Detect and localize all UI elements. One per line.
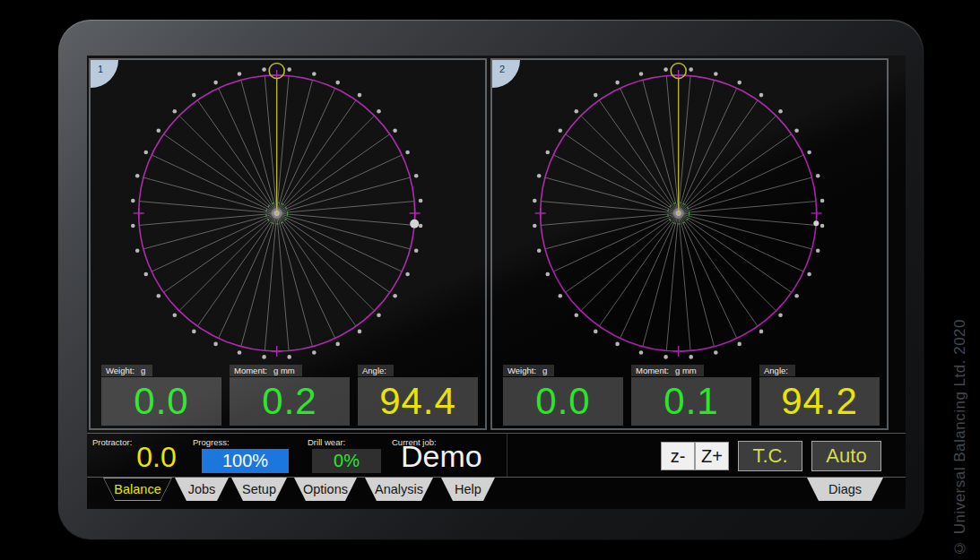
z-plus-button[interactable]: Z+ — [695, 442, 729, 470]
status-bar: Protractor: 0.0 Progress: 100% Drill wea… — [87, 433, 906, 478]
weight-label-text-1: Weight: — [106, 366, 134, 375]
progress-label: Progress: — [193, 437, 230, 447]
monitor-bezel: 1 Weight:g 0.0 Moment:g mm 0.2 — [58, 20, 924, 539]
tab-diags[interactable]: Diags — [807, 478, 883, 501]
tab-setup[interactable]: Setup — [231, 478, 287, 501]
moment-label-1: Moment:g mm — [230, 365, 302, 376]
angle-value-2: 94.2 — [759, 377, 880, 426]
tab-balance-label: Balance — [114, 482, 160, 496]
moment-label-text-2: Moment: — [636, 366, 669, 375]
readouts-panel-1: Weight:g 0.0 Moment:g mm 0.2 Angle: — [101, 361, 478, 426]
current-job-value: Demo — [401, 439, 482, 474]
moment-unit-2: g mm — [675, 366, 697, 375]
drill-wear-value: 0% — [312, 449, 381, 473]
moment-unit-1: g mm — [273, 366, 295, 375]
plane-number-1: 1 — [98, 64, 103, 74]
angle-label-2: Angle: — [759, 365, 795, 376]
weight-unit-1: g — [141, 366, 145, 375]
moment-readout-2: Moment:g mm 0.1 — [631, 361, 751, 426]
tc-button[interactable]: T.C. — [738, 441, 802, 471]
balance-plane-panel-1: 1 Weight:g 0.0 Moment:g mm 0.2 — [89, 58, 487, 430]
weight-label-1: Weight:g — [101, 365, 152, 376]
tab-jobs[interactable]: Jobs — [175, 478, 229, 501]
weight-readout-2: Weight:g 0.0 — [503, 361, 623, 426]
auto-button[interactable]: Auto — [811, 441, 881, 471]
statusbar-divider — [507, 434, 507, 478]
weight-label-text-2: Weight: — [507, 366, 536, 375]
moment-label-2: Moment:g mm — [631, 365, 704, 376]
progress-bar: 100% — [202, 449, 289, 473]
tab-bar: Balance Jobs Setup Options Analysis Help… — [87, 477, 906, 503]
weight-value-1: 0.0 — [101, 377, 221, 426]
drill-wear-label: Drill wear: — [308, 437, 345, 447]
plane-number-2: 2 — [499, 64, 505, 74]
z-minus-button[interactable]: z- — [661, 442, 695, 470]
copyright-text: © Universal Balancing Ltd. 2020 — [951, 319, 969, 556]
tab-balance-face: Balance — [104, 478, 171, 500]
tab-analysis[interactable]: Analysis — [365, 478, 433, 501]
angle-label-text-2: Angle: — [764, 366, 788, 375]
weight-readout-1: Weight:g 0.0 — [101, 361, 221, 426]
tab-help[interactable]: Help — [441, 478, 495, 501]
moment-label-text-1: Moment: — [234, 366, 267, 375]
screen: 1 Weight:g 0.0 Moment:g mm 0.2 — [87, 56, 906, 509]
angle-readout-2: Angle: 94.2 — [759, 361, 880, 426]
angle-readout-1: Angle: 94.4 — [358, 361, 478, 426]
page-background: 1 Weight:g 0.0 Moment:g mm 0.2 — [0, 0, 980, 560]
weight-value-2: 0.0 — [503, 377, 623, 426]
angle-value-1: 94.4 — [358, 377, 478, 426]
moment-value-2: 0.1 — [631, 377, 751, 426]
tab-balance[interactable]: Balance — [103, 478, 172, 501]
angle-label-1: Angle: — [358, 365, 394, 376]
balance-plane-panel-2: 2 Weight:g 0.0 Moment:g mm 0.1 — [490, 58, 889, 430]
moment-readout-1: Moment:g mm 0.2 — [230, 361, 350, 426]
moment-value-1: 0.2 — [230, 377, 350, 426]
angle-label-text-1: Angle: — [362, 366, 386, 375]
weight-label-2: Weight:g — [503, 365, 554, 376]
weight-unit-2: g — [542, 366, 547, 375]
tab-options[interactable]: Options — [294, 478, 357, 501]
readouts-panel-2: Weight:g 0.0 Moment:g mm 0.1 Angle: — [503, 361, 880, 426]
